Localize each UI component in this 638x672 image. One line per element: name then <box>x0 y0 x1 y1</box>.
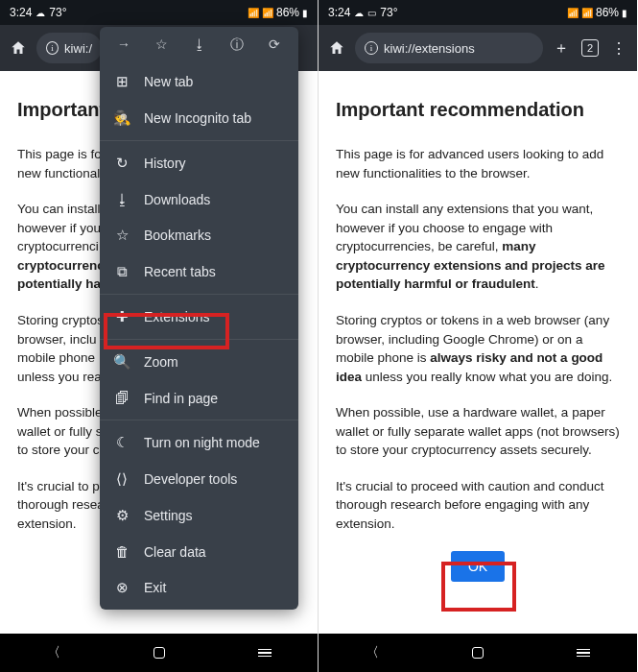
address-bar[interactable]: i kiwi://extensions <box>355 33 543 63</box>
night-mode-icon: ☾ <box>113 434 130 451</box>
url-text: kiwi://extensions <box>384 41 475 56</box>
menu-downloads[interactable]: ⭳Downloads <box>100 181 298 217</box>
ok-button[interactable]: OK <box>451 551 505 582</box>
status-battery: 86% <box>276 6 299 19</box>
status-bar: 3:24 ☁ ▭ 73° 📶 📶 86% ▮ <box>319 0 637 25</box>
menu-label: Exit <box>144 580 166 595</box>
menu-night-mode[interactable]: ☾Turn on night mode <box>100 424 298 461</box>
wallet-paragraph: When possible, use a hardware wallet, a … <box>336 403 620 460</box>
find-icon: 🗐 <box>113 390 130 406</box>
menu-settings[interactable]: ⚙Settings <box>100 497 298 534</box>
overflow-menu: → ☆ ⭳ ⓘ ⟳ ⊞New tab 🕵New Incognito tab ↻H… <box>100 27 298 610</box>
menu-history[interactable]: ↻History <box>100 145 298 181</box>
menu-separator <box>100 339 298 340</box>
page-content: Important recommendation This page is fo… <box>319 71 637 599</box>
home-icon[interactable] <box>8 37 29 59</box>
browser-toolbar: i kiwi://extensions ＋ 2 ⋮ <box>319 25 637 71</box>
extensions-icon: ✚ <box>113 308 130 325</box>
downloads-icon: ⭳ <box>113 191 130 207</box>
battery-icon: ▮ <box>622 8 627 18</box>
risk-paragraph: Storing cryptos or tokens in a web brows… <box>336 311 620 386</box>
menu-label: Downloads <box>144 192 210 207</box>
menu-clear-data[interactable]: 🗑Clear data <box>100 534 298 569</box>
menu-label: Zoom <box>144 354 178 370</box>
new-tab-icon[interactable]: ＋ <box>551 37 572 59</box>
tab-count: 2 <box>581 39 599 57</box>
weather-icon: ☁ <box>354 8 364 18</box>
menu-label: New Incognito tab <box>144 110 251 126</box>
status-temp: 73° <box>49 6 66 19</box>
right-screenshot: 3:24 ☁ ▭ 73° 📶 📶 86% ▮ i kiwi://extensio… <box>319 0 637 672</box>
weather-icon: ☁ <box>35 8 45 18</box>
home-icon[interactable] <box>326 37 347 59</box>
menu-zoom[interactable]: 🔍Zoom <box>100 344 298 380</box>
menu-find-in-page[interactable]: 🗐Find in page <box>100 380 298 416</box>
new-tab-icon: ⊞ <box>113 73 130 90</box>
menu-new-tab[interactable]: ⊞New tab <box>100 63 298 100</box>
menu-label: Clear data <box>144 544 206 560</box>
back-button[interactable]: 〈 <box>47 644 60 661</box>
menu-label: Bookmarks <box>144 228 211 243</box>
status-time: 3:24 <box>10 6 32 19</box>
menu-label: Extensions <box>144 309 209 324</box>
back-button[interactable]: 〈 <box>366 644 379 661</box>
bookmarks-icon: ☆ <box>113 227 130 244</box>
left-screenshot: 3:24 ☁ 73° 📶 📶 86% ▮ i kiwi:/ Important … <box>0 0 319 672</box>
info-icon[interactable]: ⓘ <box>226 36 248 54</box>
menu-label: Find in page <box>144 391 218 406</box>
menu-recent-tabs[interactable]: ⧉Recent tabs <box>100 253 298 290</box>
recents-button[interactable] <box>258 649 272 658</box>
menu-extensions[interactable]: ✚Extensions <box>100 299 298 335</box>
address-bar[interactable]: i kiwi:/ <box>36 33 102 63</box>
incognito-icon: 🕵 <box>113 109 130 127</box>
reload-icon[interactable]: ⟳ <box>264 36 285 54</box>
status-bar: 3:24 ☁ 73° 📶 📶 86% ▮ <box>0 0 318 25</box>
tab-switcher[interactable]: 2 <box>579 37 601 59</box>
recent-tabs-icon: ⧉ <box>113 263 130 280</box>
menu-label: History <box>144 156 186 171</box>
menu-separator <box>100 294 298 295</box>
clear-data-icon: 🗑 <box>113 543 130 560</box>
overflow-icon[interactable]: ⋮ <box>608 37 629 59</box>
wifi-icon: 📶 <box>248 8 259 18</box>
menu-label: New tab <box>144 74 193 89</box>
home-button[interactable] <box>154 647 165 659</box>
menu-separator <box>100 420 298 420</box>
forward-icon[interactable]: → <box>113 36 134 54</box>
menu-label: Developer tools <box>144 471 237 487</box>
menu-new-incognito[interactable]: 🕵New Incognito tab <box>100 100 298 136</box>
site-info-icon: i <box>365 41 378 55</box>
menu-devtools[interactable]: ⟨⟩Developer tools <box>100 461 298 497</box>
page-title: Important recommendation <box>336 96 620 124</box>
download-icon[interactable]: ⭳ <box>189 36 210 54</box>
menu-separator <box>100 140 298 141</box>
settings-icon: ⚙ <box>113 507 130 524</box>
menu-label: Settings <box>144 508 193 523</box>
notif-icon: ▭ <box>367 8 376 18</box>
android-navbar: 〈 <box>319 634 637 672</box>
history-icon: ↻ <box>113 155 130 172</box>
site-info-icon: i <box>46 41 59 55</box>
url-text: kiwi:/ <box>64 41 92 56</box>
menu-label: Turn on night mode <box>144 435 260 450</box>
star-icon[interactable]: ☆ <box>151 36 172 54</box>
menu-exit[interactable]: ⊗Exit <box>100 569 298 606</box>
signal-icon: 📶 <box>262 8 273 18</box>
wifi-icon: 📶 <box>567 8 579 18</box>
exit-icon: ⊗ <box>113 579 130 596</box>
menu-bookmarks[interactable]: ☆Bookmarks <box>100 217 298 253</box>
status-time: 3:24 <box>328 6 350 19</box>
status-battery: 86% <box>596 6 619 19</box>
signal-icon: 📶 <box>581 8 593 18</box>
caution-paragraph: It's crucial to proceed with caution and… <box>336 477 620 534</box>
devtools-icon: ⟨⟩ <box>113 470 130 488</box>
menu-label: Recent tabs <box>144 264 216 279</box>
android-navbar: 〈 <box>0 634 318 672</box>
status-temp: 73° <box>380 6 397 19</box>
warning-paragraph: You can install any extensions that you … <box>336 200 620 294</box>
recents-button[interactable] <box>577 649 590 658</box>
battery-icon: ▮ <box>302 8 308 18</box>
home-button[interactable] <box>472 647 484 659</box>
zoom-icon: 🔍 <box>113 353 130 371</box>
intro-paragraph: This page is for advanced users looking … <box>336 145 620 182</box>
